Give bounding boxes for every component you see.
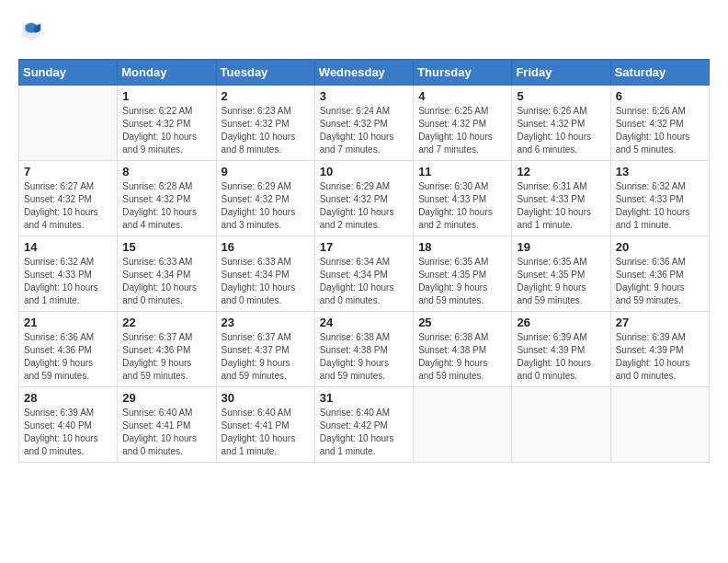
calendar-cell: 21Sunrise: 6:36 AM Sunset: 4:36 PM Dayli… <box>19 312 118 387</box>
calendar-cell: 3Sunrise: 6:24 AM Sunset: 4:32 PM Daylig… <box>314 86 413 161</box>
calendar-cell: 7Sunrise: 6:27 AM Sunset: 4:32 PM Daylig… <box>19 161 118 236</box>
calendar-cell: 5Sunrise: 6:26 AM Sunset: 4:32 PM Daylig… <box>512 86 610 161</box>
page-header <box>18 18 710 44</box>
day-number: 27 <box>616 316 704 329</box>
weekday-header-friday: Friday <box>512 60 610 86</box>
calendar-cell: 1Sunrise: 6:22 AM Sunset: 4:32 PM Daylig… <box>118 86 216 161</box>
day-number: 8 <box>122 165 210 178</box>
weekday-header-row: SundayMondayTuesdayWednesdayThursdayFrid… <box>19 60 710 86</box>
day-info: Sunrise: 6:36 AM Sunset: 4:36 PM Dayligh… <box>24 331 112 383</box>
calendar-cell: 17Sunrise: 6:34 AM Sunset: 4:34 PM Dayli… <box>314 236 413 312</box>
day-number: 1 <box>122 89 210 103</box>
calendar-cell: 26Sunrise: 6:39 AM Sunset: 4:39 PM Dayli… <box>512 312 610 387</box>
weekday-header-monday: Monday <box>118 60 216 86</box>
calendar-cell: 28Sunrise: 6:39 AM Sunset: 4:40 PM Dayli… <box>19 387 118 463</box>
day-number: 24 <box>320 316 408 329</box>
calendar-cell: 27Sunrise: 6:39 AM Sunset: 4:39 PM Dayli… <box>610 312 709 387</box>
day-info: Sunrise: 6:29 AM Sunset: 4:32 PM Dayligh… <box>320 180 408 232</box>
calendar-cell <box>19 86 118 161</box>
day-info: Sunrise: 6:22 AM Sunset: 4:32 PM Dayligh… <box>122 105 210 156</box>
calendar-cell: 14Sunrise: 6:32 AM Sunset: 4:33 PM Dayli… <box>19 236 118 312</box>
calendar-cell <box>610 387 709 463</box>
calendar-cell: 9Sunrise: 6:29 AM Sunset: 4:32 PM Daylig… <box>216 161 314 236</box>
weekday-header-saturday: Saturday <box>610 60 709 86</box>
day-number: 16 <box>222 240 310 254</box>
day-number: 20 <box>616 240 704 254</box>
calendar-cell: 10Sunrise: 6:29 AM Sunset: 4:32 PM Dayli… <box>314 161 413 236</box>
day-number: 2 <box>222 89 310 103</box>
day-info: Sunrise: 6:30 AM Sunset: 4:33 PM Dayligh… <box>418 180 506 232</box>
day-number: 6 <box>616 89 704 103</box>
day-info: Sunrise: 6:31 AM Sunset: 4:33 PM Dayligh… <box>517 180 605 232</box>
day-number: 4 <box>418 89 506 103</box>
calendar-week-row: 21Sunrise: 6:36 AM Sunset: 4:36 PM Dayli… <box>19 312 710 387</box>
day-number: 18 <box>418 240 506 254</box>
calendar-cell: 23Sunrise: 6:37 AM Sunset: 4:37 PM Dayli… <box>216 312 314 387</box>
calendar-cell: 19Sunrise: 6:35 AM Sunset: 4:35 PM Dayli… <box>512 236 610 312</box>
calendar-table: SundayMondayTuesdayWednesdayThursdayFrid… <box>18 59 710 463</box>
day-info: Sunrise: 6:26 AM Sunset: 4:32 PM Dayligh… <box>616 105 704 156</box>
logo-icon <box>18 18 44 44</box>
calendar-cell: 31Sunrise: 6:40 AM Sunset: 4:42 PM Dayli… <box>314 387 413 463</box>
day-info: Sunrise: 6:39 AM Sunset: 4:39 PM Dayligh… <box>616 331 704 383</box>
weekday-header-wednesday: Wednesday <box>314 60 413 86</box>
day-number: 26 <box>517 316 605 329</box>
day-number: 7 <box>24 165 112 178</box>
day-number: 23 <box>222 316 310 329</box>
calendar-cell: 16Sunrise: 6:33 AM Sunset: 4:34 PM Dayli… <box>216 236 314 312</box>
calendar-cell: 12Sunrise: 6:31 AM Sunset: 4:33 PM Dayli… <box>512 161 610 236</box>
calendar-cell <box>414 387 512 463</box>
day-info: Sunrise: 6:27 AM Sunset: 4:32 PM Dayligh… <box>24 180 112 232</box>
calendar-cell: 6Sunrise: 6:26 AM Sunset: 4:32 PM Daylig… <box>610 86 709 161</box>
day-number: 12 <box>517 165 605 178</box>
day-info: Sunrise: 6:29 AM Sunset: 4:32 PM Dayligh… <box>222 180 310 232</box>
day-info: Sunrise: 6:33 AM Sunset: 4:34 PM Dayligh… <box>122 256 210 307</box>
day-info: Sunrise: 6:39 AM Sunset: 4:40 PM Dayligh… <box>24 407 112 458</box>
day-number: 30 <box>222 391 310 405</box>
day-info: Sunrise: 6:24 AM Sunset: 4:32 PM Dayligh… <box>320 105 408 156</box>
day-number: 17 <box>320 240 408 254</box>
day-number: 22 <box>122 316 210 329</box>
day-number: 28 <box>24 391 112 405</box>
day-info: Sunrise: 6:35 AM Sunset: 4:35 PM Dayligh… <box>517 256 605 307</box>
day-number: 10 <box>320 165 408 178</box>
calendar-cell: 24Sunrise: 6:38 AM Sunset: 4:38 PM Dayli… <box>314 312 413 387</box>
day-info: Sunrise: 6:37 AM Sunset: 4:37 PM Dayligh… <box>222 331 310 383</box>
day-number: 19 <box>517 240 605 254</box>
day-info: Sunrise: 6:32 AM Sunset: 4:33 PM Dayligh… <box>24 256 112 307</box>
day-info: Sunrise: 6:38 AM Sunset: 4:38 PM Dayligh… <box>320 331 408 383</box>
day-info: Sunrise: 6:40 AM Sunset: 4:41 PM Dayligh… <box>222 407 310 458</box>
calendar-cell: 20Sunrise: 6:36 AM Sunset: 4:36 PM Dayli… <box>610 236 709 312</box>
calendar-cell: 30Sunrise: 6:40 AM Sunset: 4:41 PM Dayli… <box>216 387 314 463</box>
day-info: Sunrise: 6:40 AM Sunset: 4:42 PM Dayligh… <box>320 407 408 458</box>
calendar-cell: 18Sunrise: 6:35 AM Sunset: 4:35 PM Dayli… <box>414 236 512 312</box>
calendar-cell: 22Sunrise: 6:37 AM Sunset: 4:36 PM Dayli… <box>118 312 216 387</box>
day-info: Sunrise: 6:33 AM Sunset: 4:34 PM Dayligh… <box>222 256 310 307</box>
day-number: 13 <box>616 165 704 178</box>
day-number: 3 <box>320 89 408 103</box>
day-number: 31 <box>320 391 408 405</box>
logo <box>18 18 48 44</box>
day-info: Sunrise: 6:38 AM Sunset: 4:38 PM Dayligh… <box>418 331 506 383</box>
day-number: 9 <box>222 165 310 178</box>
calendar-cell: 4Sunrise: 6:25 AM Sunset: 4:32 PM Daylig… <box>414 86 512 161</box>
calendar-cell: 13Sunrise: 6:32 AM Sunset: 4:33 PM Dayli… <box>610 161 709 236</box>
calendar-cell: 8Sunrise: 6:28 AM Sunset: 4:32 PM Daylig… <box>118 161 216 236</box>
calendar-week-row: 1Sunrise: 6:22 AM Sunset: 4:32 PM Daylig… <box>19 86 710 161</box>
day-number: 5 <box>517 89 605 103</box>
calendar-week-row: 7Sunrise: 6:27 AM Sunset: 4:32 PM Daylig… <box>19 161 710 236</box>
day-info: Sunrise: 6:25 AM Sunset: 4:32 PM Dayligh… <box>418 105 506 156</box>
weekday-header-sunday: Sunday <box>19 60 118 86</box>
day-info: Sunrise: 6:28 AM Sunset: 4:32 PM Dayligh… <box>122 180 210 232</box>
calendar-cell: 2Sunrise: 6:23 AM Sunset: 4:32 PM Daylig… <box>216 86 314 161</box>
weekday-header-thursday: Thursday <box>414 60 512 86</box>
day-info: Sunrise: 6:26 AM Sunset: 4:32 PM Dayligh… <box>517 105 605 156</box>
weekday-header-tuesday: Tuesday <box>216 60 314 86</box>
calendar-cell: 29Sunrise: 6:40 AM Sunset: 4:41 PM Dayli… <box>118 387 216 463</box>
day-info: Sunrise: 6:37 AM Sunset: 4:36 PM Dayligh… <box>122 331 210 383</box>
calendar-cell: 11Sunrise: 6:30 AM Sunset: 4:33 PM Dayli… <box>414 161 512 236</box>
calendar-week-row: 28Sunrise: 6:39 AM Sunset: 4:40 PM Dayli… <box>19 387 710 463</box>
calendar-week-row: 14Sunrise: 6:32 AM Sunset: 4:33 PM Dayli… <box>19 236 710 312</box>
day-number: 15 <box>122 240 210 254</box>
day-info: Sunrise: 6:36 AM Sunset: 4:36 PM Dayligh… <box>616 256 704 307</box>
